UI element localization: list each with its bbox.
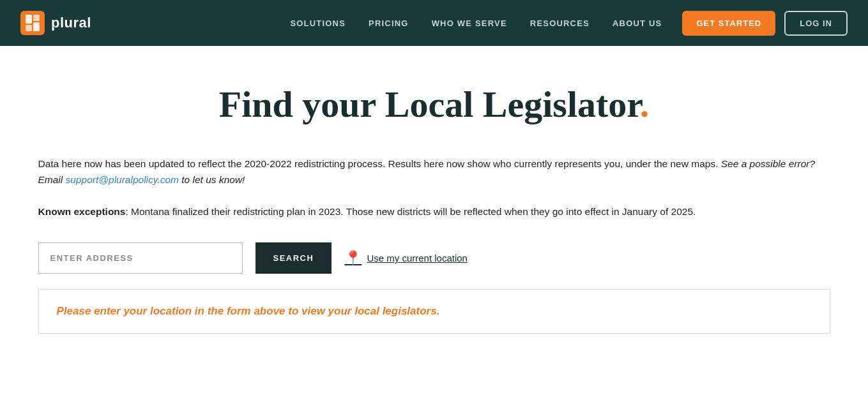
nav-solutions[interactable]: SOLUTIONS (290, 19, 346, 28)
alert-message: Please enter your location in the form a… (57, 305, 812, 318)
exceptions-paragraph: Known exceptions: Montana finalized thei… (38, 204, 830, 220)
main-content: Find your Local Legislator. Data here no… (13, 46, 856, 359)
support-email-link[interactable]: support@pluralpolicy.com (66, 174, 179, 185)
nav-links: SOLUTIONS PRICING WHO WE SERVE RESOURCES… (290, 17, 662, 29)
address-input[interactable] (38, 242, 243, 274)
search-button[interactable]: SEARCH (255, 242, 332, 274)
svg-rect-2 (26, 25, 32, 31)
location-pin-icon: 📍 (344, 250, 362, 267)
use-current-location-link[interactable]: 📍 Use my current location (344, 250, 468, 267)
svg-rect-0 (26, 15, 32, 24)
svg-rect-1 (33, 15, 40, 21)
logo-text: plural (51, 15, 91, 31)
logo-icon (20, 11, 45, 35)
hero-title: Find your Local Legislator. (38, 84, 830, 125)
nav-about-us[interactable]: ABOUT US (613, 19, 662, 28)
get-started-button[interactable]: GET STARTED (682, 11, 775, 36)
info-paragraph: Data here now has been updated to reflec… (38, 156, 830, 188)
svg-rect-3 (33, 22, 40, 31)
logo-link[interactable]: plural (20, 11, 91, 35)
search-row: SEARCH 📍 Use my current location (38, 242, 830, 274)
nav-resources[interactable]: RESOURCES (530, 19, 590, 28)
nav-who-we-serve[interactable]: WHO WE SERVE (432, 19, 507, 28)
alert-box: Please enter your location in the form a… (38, 289, 830, 334)
nav-pricing[interactable]: PRICING (369, 19, 409, 28)
login-button[interactable]: LOG IN (784, 11, 848, 36)
navbar: plural SOLUTIONS PRICING WHO WE SERVE RE… (0, 0, 868, 46)
